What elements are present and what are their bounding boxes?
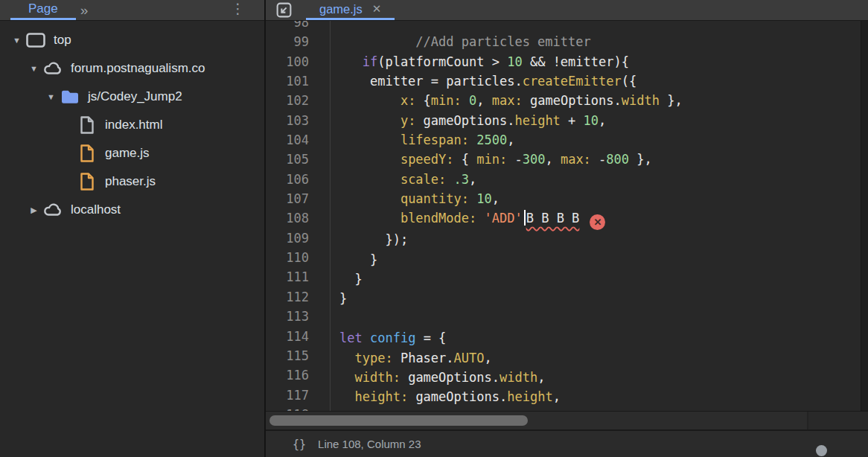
code-token xyxy=(446,172,453,187)
line-number[interactable]: 109 xyxy=(266,228,309,248)
code-token: quantity: xyxy=(401,191,469,206)
tree-item-game-js[interactable]: game.js xyxy=(0,139,264,167)
horizontal-scrollbar[interactable] xyxy=(266,411,868,429)
line-number[interactable]: 110 xyxy=(266,248,309,267)
tree-item-top[interactable]: ▼top xyxy=(0,26,264,54)
line-number[interactable]: 99 xyxy=(266,32,309,51)
code-token: , xyxy=(537,370,545,385)
line-number[interactable]: 111 xyxy=(266,267,309,287)
line-number[interactable]: 115 xyxy=(266,346,309,365)
code-token xyxy=(339,172,401,187)
code-token xyxy=(339,93,401,108)
code-token: //Add particles emitter xyxy=(339,34,591,49)
tree-item-label: game.js xyxy=(105,146,150,161)
line-number[interactable]: 107 xyxy=(266,189,309,208)
code-token: , xyxy=(485,351,492,365)
code-token: min: xyxy=(431,93,462,108)
tree-item-phaser-js[interactable]: phaser.js xyxy=(0,167,264,196)
close-tab-icon[interactable]: ✕ xyxy=(372,2,382,16)
code-line: if(platformCount > 10 && !emitter){ xyxy=(339,52,861,71)
kebab-menu-icon[interactable]: ⋮ xyxy=(231,0,245,20)
code-token: }, xyxy=(660,93,683,108)
code-token: height xyxy=(514,113,560,128)
editor-tabbar: game.js ✕ xyxy=(266,0,868,21)
line-number[interactable]: 112 xyxy=(266,287,309,307)
code-token: , xyxy=(507,132,514,147)
code-line: lifespan: 2500, xyxy=(339,130,861,150)
tree-item-js-codey-jump2[interactable]: ▼js/Codey_Jump2 xyxy=(0,83,264,111)
file-js-icon xyxy=(77,171,98,192)
tree-item-forum-postnagualism-co[interactable]: ▼forum.postnagualism.co xyxy=(0,54,264,83)
code-token: (platformCount > xyxy=(377,54,507,69)
code-token: gameOptions. xyxy=(401,370,500,385)
line-number[interactable]: 100 xyxy=(266,52,309,71)
code-token: lifespan: xyxy=(401,132,469,147)
code-token: } xyxy=(339,291,347,306)
code-token: 2500 xyxy=(476,132,507,147)
editor-tab-gamejs[interactable]: game.js ✕ xyxy=(306,0,395,20)
tree-item-label: js/Codey_Jump2 xyxy=(88,89,182,104)
line-number[interactable]: 103 xyxy=(266,111,309,130)
code-line: //Add particles emitter xyxy=(339,32,861,51)
code-token: && !emitter){ xyxy=(523,54,629,69)
line-number[interactable]: 114 xyxy=(266,327,309,346)
tree-item-label: localhost xyxy=(71,202,121,217)
scrollbar-corner xyxy=(808,412,868,429)
more-tabs-icon[interactable]: » xyxy=(76,0,92,20)
line-number[interactable]: 113 xyxy=(266,307,309,326)
code-token xyxy=(339,152,401,167)
code-token xyxy=(363,330,370,345)
code-token: 300 xyxy=(523,152,546,167)
tree-item-label: index.html xyxy=(105,118,162,132)
code-token: AUTO xyxy=(454,351,485,365)
navigator-tabbar: Page » ⋮ xyxy=(0,0,264,21)
error-badge-icon[interactable]: ✕ xyxy=(590,214,605,230)
code-token: }, xyxy=(629,152,652,167)
code-token: x: xyxy=(401,93,415,108)
disclosure-expanded-icon[interactable]: ▼ xyxy=(45,92,57,101)
code-token: Phaser. xyxy=(393,351,454,365)
line-number[interactable]: 117 xyxy=(266,386,309,405)
editor-tab-label: game.js xyxy=(319,2,363,16)
pretty-print-button[interactable]: {} xyxy=(293,438,306,451)
line-number[interactable]: 101 xyxy=(266,71,309,91)
line-number[interactable]: 116 xyxy=(266,365,309,385)
line-number[interactable]: 106 xyxy=(266,170,309,189)
code-editor[interactable]: 9899100101102103104105106107108109110111… xyxy=(266,21,868,411)
code-token xyxy=(339,389,354,404)
line-number[interactable]: 105 xyxy=(266,150,309,169)
code-line xyxy=(339,309,861,328)
gear-icon[interactable] xyxy=(816,445,827,456)
code-line: width: gameOptions.width, xyxy=(339,368,861,387)
navigator-toggle-button[interactable] xyxy=(271,0,296,20)
line-number[interactable]: 104 xyxy=(266,130,309,150)
code-line: type: Phaser.AUTO, xyxy=(339,348,861,368)
code-area[interactable]: //Add particles emitter if(platformCount… xyxy=(331,21,861,411)
disclosure-collapsed-icon[interactable]: ▶ xyxy=(28,205,40,215)
cloud-icon xyxy=(42,58,63,79)
code-token xyxy=(339,54,363,69)
code-token xyxy=(339,191,401,206)
line-number[interactable]: 98 xyxy=(266,21,309,32)
code-token: ({ xyxy=(622,74,636,89)
disclosure-expanded-icon[interactable]: ▼ xyxy=(10,36,23,45)
code-token: - xyxy=(507,152,522,167)
code-line: quantity: 10, xyxy=(339,189,861,208)
disclosure-expanded-icon[interactable]: ▼ xyxy=(28,64,40,73)
tree-item-localhost[interactable]: ▶localhost xyxy=(0,196,264,224)
tab-page[interactable]: Page xyxy=(10,0,76,20)
line-number[interactable]: 102 xyxy=(266,91,309,110)
tree-item-index-html[interactable]: index.html xyxy=(0,111,264,139)
vertical-scrollbar[interactable] xyxy=(861,21,868,411)
code-line: blendMode: 'ADD'B B B B✕ xyxy=(339,208,861,230)
code-token: , xyxy=(492,191,500,206)
code-line: let config = { xyxy=(339,328,861,348)
spellcheck-error-text: B B B B xyxy=(526,211,580,226)
code-token: + xyxy=(561,113,584,128)
code-token: type: xyxy=(354,351,392,365)
line-number[interactable]: 108 xyxy=(266,208,309,228)
code-token: , xyxy=(476,93,491,108)
line-number[interactable]: 118 xyxy=(266,405,309,411)
frame-icon xyxy=(25,30,46,51)
horizontal-scrollbar-thumb[interactable] xyxy=(269,415,528,426)
